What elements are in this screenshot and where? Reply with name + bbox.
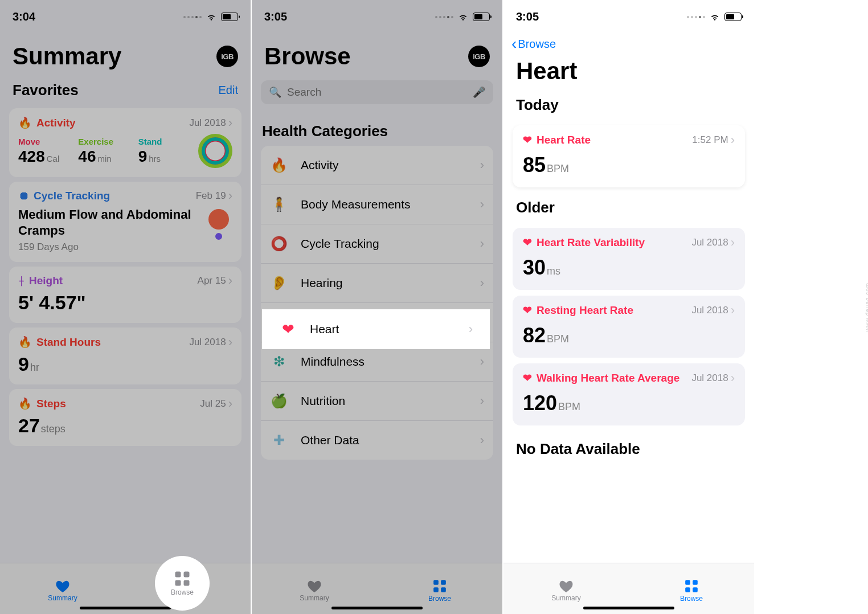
tab-bar: Summary Browse xyxy=(252,563,502,614)
screen-heart: 3:05 ‹ Browse Heart Today ❤Heart Rate 1:… xyxy=(503,0,754,614)
metric-walking-hr[interactable]: ❤Walking Heart Rate Average Jul 2018› 12… xyxy=(513,363,745,425)
clock: 3:05 xyxy=(264,10,287,23)
chevron-right-icon: › xyxy=(228,190,232,202)
flame-icon: 🔥 xyxy=(18,116,32,129)
search-input[interactable] xyxy=(287,86,467,99)
status-bar: 3:05 xyxy=(503,0,754,26)
svg-rect-12 xyxy=(685,580,690,585)
page-title-row: Summary iGB xyxy=(0,26,251,76)
clock: 3:04 xyxy=(13,10,35,23)
status-icons xyxy=(183,13,238,21)
home-indicator xyxy=(80,607,171,609)
svg-rect-14 xyxy=(685,587,690,592)
favorites-label: Favorites xyxy=(13,81,79,99)
card-date: Jul 2018 xyxy=(189,337,226,348)
heart-icon: ❤ xyxy=(523,133,532,146)
heart-icon: ❤ xyxy=(523,304,532,317)
card-cycle[interactable]: ⏺ Cycle Tracking Feb 19 › Medium Flow an… xyxy=(9,182,241,262)
search-icon: 🔍 xyxy=(269,86,281,99)
heart-icon: ❤ xyxy=(523,236,532,249)
svg-rect-13 xyxy=(693,580,698,585)
category-hearing[interactable]: 👂 Hearing › xyxy=(261,264,493,303)
status-icons xyxy=(687,13,742,21)
heart-icon xyxy=(55,579,71,593)
cycle-icon: ⭕ xyxy=(270,236,288,252)
metric-hrv[interactable]: ❤Heart Rate Variability Jul 2018› 30ms xyxy=(513,228,745,290)
battery-icon xyxy=(724,13,742,21)
watermark: www.deuaq.com xyxy=(865,283,868,331)
category-other[interactable]: ✚ Other Data › xyxy=(261,421,493,460)
highlight-heart-row: ❤ Heart › xyxy=(262,309,490,349)
card-date: Apr 15 xyxy=(198,275,226,286)
cycle-icon: ⏺ xyxy=(18,190,29,202)
card-height[interactable]: ⟊ Height Apr 15 › 5' 4.57" xyxy=(9,267,241,323)
svg-rect-5 xyxy=(184,572,190,578)
card-steps[interactable]: 🔥 Steps Jul 25 › 27steps xyxy=(9,389,241,446)
category-cycle[interactable]: ⭕ Cycle Tracking › xyxy=(261,224,493,264)
wifi-icon xyxy=(206,13,216,21)
tab-bar: Summary Browse xyxy=(0,563,251,614)
page-title-row: Browse iGB xyxy=(252,26,502,76)
card-title: 🔥 Steps xyxy=(18,397,66,410)
home-indicator xyxy=(331,607,423,609)
category-body[interactable]: 🧍 Body Measurements › xyxy=(261,185,493,224)
svg-rect-6 xyxy=(175,580,181,586)
edit-button[interactable]: Edit xyxy=(219,84,238,97)
chevron-right-icon: › xyxy=(480,197,484,212)
mic-icon[interactable]: 🎤 xyxy=(473,86,485,99)
chevron-right-icon: › xyxy=(480,394,484,408)
tab-bar: Summary Browse xyxy=(503,563,754,614)
body-icon: 🧍 xyxy=(270,197,288,212)
clock: 3:05 xyxy=(516,10,539,23)
chevron-left-icon: ‹ xyxy=(511,36,517,52)
cellular-icon xyxy=(183,16,202,18)
card-activity[interactable]: 🔥 Activity Jul 2018 › Move 428Cal Exerci… xyxy=(9,108,241,177)
highlight-browse-tab: Browse xyxy=(155,556,210,611)
search-bar[interactable]: 🔍 🎤 xyxy=(261,80,493,104)
grid-icon xyxy=(174,570,191,587)
no-data-header: No Data Available xyxy=(503,431,754,467)
chevron-right-icon: › xyxy=(480,236,484,251)
metric-heart-rate[interactable]: ❤Heart Rate 1:52 PM› 85BPM xyxy=(513,125,745,187)
home-indicator xyxy=(583,607,674,609)
grid-icon xyxy=(432,579,447,593)
chevron-right-icon: › xyxy=(228,117,232,129)
back-button[interactable]: ‹ Browse xyxy=(503,26,754,52)
profile-avatar[interactable]: iGB xyxy=(216,46,238,67)
category-nutrition[interactable]: 🍏 Nutrition › xyxy=(261,382,493,421)
heart-icon xyxy=(558,579,574,593)
grid-icon xyxy=(684,579,699,593)
svg-rect-15 xyxy=(693,587,698,592)
card-date: Feb 19 xyxy=(196,190,226,202)
chevron-right-icon: › xyxy=(228,398,232,410)
svg-rect-4 xyxy=(175,572,181,578)
card-title: 🔥 Activity xyxy=(18,116,76,129)
wifi-icon xyxy=(710,13,720,21)
card-title: 🔥 Stand Hours xyxy=(18,335,101,349)
svg-rect-11 xyxy=(441,587,446,592)
apple-icon: 🍏 xyxy=(270,393,288,409)
svg-rect-7 xyxy=(184,580,190,586)
screen-summary: 3:04 Summary iGB Favorites Edit 🔥 Activi… xyxy=(0,0,251,614)
card-stand-hours[interactable]: 🔥 Stand Hours Jul 2018 › 9hr xyxy=(9,328,241,384)
profile-avatar[interactable]: iGB xyxy=(468,46,490,67)
body-icon: ⟊ xyxy=(18,275,24,287)
flame-icon: 🔥 xyxy=(18,335,32,349)
plus-icon: ✚ xyxy=(270,432,288,448)
chevron-right-icon: › xyxy=(731,134,735,146)
cellular-icon xyxy=(435,16,453,18)
screen-browse: 3:05 Browse iGB 🔍 🎤 Health Categories 🔥 … xyxy=(252,0,502,614)
page-title: Summary xyxy=(13,43,121,70)
battery-icon xyxy=(473,13,490,21)
older-header: Older xyxy=(503,193,754,222)
activity-rings-icon xyxy=(198,134,232,168)
metric-resting-hr[interactable]: ❤Resting Heart Rate Jul 2018› 82BPM xyxy=(513,296,745,358)
category-activity[interactable]: 🔥 Activity › xyxy=(261,146,493,185)
status-bar: 3:05 xyxy=(252,0,502,26)
chevron-right-icon: › xyxy=(480,354,484,369)
flame-icon: 🔥 xyxy=(270,157,288,173)
status-icons xyxy=(435,13,490,21)
health-categories-list: 🔥 Activity › 🧍 Body Measurements › ⭕ Cyc… xyxy=(261,146,493,460)
chevron-right-icon: › xyxy=(731,236,735,249)
chevron-right-icon: › xyxy=(480,433,484,448)
